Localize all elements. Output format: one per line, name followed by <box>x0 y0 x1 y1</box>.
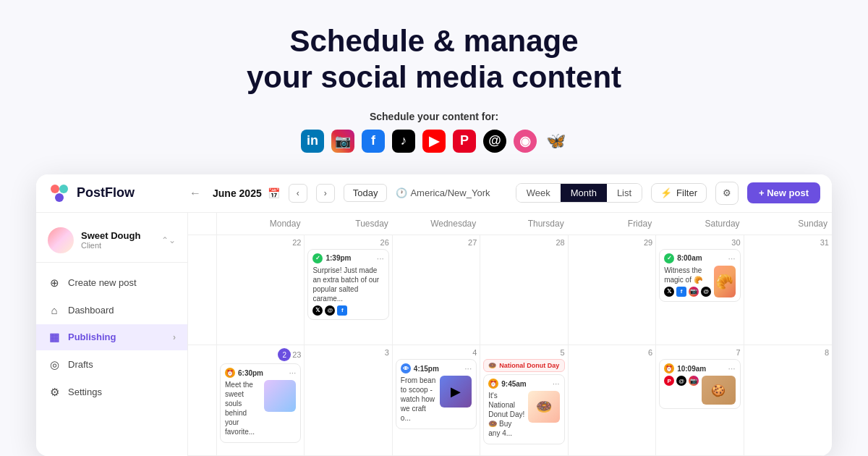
month-view-button[interactable]: Month <box>561 184 607 202</box>
twitter-icon: 𝕏 <box>664 287 674 297</box>
post-text: From bean to scoop - watch how we craft … <box>401 376 437 423</box>
linkedin-icon[interactable]: in <box>301 130 324 153</box>
sidebar-item-dashboard[interactable]: ⌂ Dashboard <box>36 297 187 323</box>
youtube-icon[interactable]: ▶ <box>422 130 446 153</box>
sidebar-item-label: Create new post <box>68 277 137 288</box>
settings-button[interactable]: ⚙ <box>715 182 739 205</box>
post-menu-button[interactable]: ··· <box>289 368 296 378</box>
post-card[interactable]: ⏰ 6:30pm ··· Meet the sweet souls behind… <box>220 363 301 443</box>
post-menu-button[interactable]: ··· <box>728 253 736 263</box>
calendar-week-2: 2 23 ⏰ 6:30pm ··· <box>188 345 832 456</box>
calendar-week-1: 22 26 ✓ 1:39pm ··· <box>188 235 832 346</box>
sidebar-item-publishing[interactable]: ▦ Publishing › <box>36 324 187 350</box>
chevron-right-icon: › <box>173 332 176 342</box>
post-card[interactable]: 👁 4:15pm ··· From bean to scoop - watch … <box>396 359 477 429</box>
pinterest-icon[interactable]: P <box>453 130 476 153</box>
create-icon: ⊕ <box>48 276 61 290</box>
cal-cell-sun-2[interactable]: 8 <box>744 345 832 455</box>
post-menu-button[interactable]: ··· <box>553 379 560 389</box>
hero-subtitle: Schedule your content for: <box>14 111 854 122</box>
chevron-updown-icon: ⌃⌄ <box>161 235 176 245</box>
post-card[interactable]: ✓ 1:39pm ··· Surprise! Just made an extr… <box>307 249 388 320</box>
day-header-monday: Monday <box>217 213 305 235</box>
date-navigation: June 2025 📅 <box>213 187 280 199</box>
cal-cell-wed-2[interactable]: 4 👁 4:15pm ··· From <box>393 345 480 455</box>
publishing-icon: ▦ <box>48 331 61 344</box>
cal-cell-sat-1[interactable]: 30 ✓ 8:00am ··· Witne <box>656 235 744 345</box>
timezone-display: 🕐 America/New_York <box>396 187 490 198</box>
sidebar-item-label: Drafts <box>68 359 93 370</box>
cal-cell-sun-1[interactable]: 31 <box>744 235 832 345</box>
cal-cell-sat-2[interactable]: 7 ⏰ 10:09am ··· <box>656 345 744 455</box>
day-header-saturday: Saturday <box>656 213 744 235</box>
post-card[interactable]: ⏰ 10:09am ··· P @ 📷 <box>659 359 740 409</box>
tiktok-icon[interactable]: ♪ <box>392 130 415 153</box>
cal-cell-mon-2[interactable]: 2 23 ⏰ 6:30pm ··· <box>217 345 305 455</box>
hero-section: Schedule & manage your social media cont… <box>0 0 868 167</box>
post-thumbnail: 🍩 <box>528 391 560 423</box>
post-social-icons: 𝕏 f 📷 @ <box>664 287 711 297</box>
facebook-icon[interactable]: f <box>362 130 385 153</box>
cal-cell-tue-2[interactable]: 3 <box>305 345 392 455</box>
calendar-grid: 22 26 ✓ 1:39pm ··· <box>188 235 832 456</box>
pinterest-icon: P <box>664 376 674 386</box>
week-view-button[interactable]: Week <box>516 184 561 202</box>
cal-cell-mon-1[interactable]: 22 <box>217 235 305 345</box>
new-post-button[interactable]: + New post <box>747 182 820 203</box>
filter-icon: ⚡ <box>660 187 672 198</box>
post-thumbnail: 🥐 <box>714 266 735 297</box>
post-menu-button[interactable]: ··· <box>728 363 736 373</box>
day-header-wednesday: Wednesday <box>393 213 480 235</box>
next-button[interactable]: › <box>316 184 335 203</box>
scheduled-icon: ⏰ <box>225 368 235 378</box>
app-window: PostFlow ← June 2025 📅 ‹ › Today 🕐 Ameri… <box>36 174 832 456</box>
week-number <box>188 235 217 345</box>
filter-button[interactable]: ⚡ Filter <box>651 183 707 203</box>
sidebar-item-label: Settings <box>68 387 102 397</box>
post-text: It's National Donut Day! 🍩 Buy any 4... <box>488 391 524 438</box>
cal-cell-thu-1[interactable]: 28 <box>480 235 568 345</box>
twitter-icon: 𝕏 <box>312 305 323 316</box>
bluesky-icon[interactable]: 🦋 <box>544 130 567 153</box>
nav-back-arrow[interactable]: ← <box>187 184 204 203</box>
threads-icon: @ <box>325 305 335 316</box>
prev-button[interactable]: ‹ <box>289 184 307 203</box>
post-card[interactable]: ⏰ 9:45am ··· It's National Donut Day! 🍩 … <box>483 374 564 444</box>
holiday-banner: 🍩 National Donut Day <box>483 359 564 372</box>
week-number <box>188 345 217 455</box>
facebook-icon: f <box>676 287 686 297</box>
client-info[interactable]: Sweet Dough Client ⌃⌄ <box>36 221 187 263</box>
threads-icon[interactable]: @ <box>483 130 506 153</box>
post-thumbnail: ▶ <box>440 376 472 408</box>
settings-icon: ⚙ <box>48 386 61 399</box>
facebook-icon: f <box>337 305 347 316</box>
cal-cell-tue-1[interactable]: 26 ✓ 1:39pm ··· Surprise! Just made an e… <box>305 235 392 345</box>
today-button[interactable]: Today <box>344 184 388 202</box>
sidebar-item-create[interactable]: ⊕ Create new post <box>36 270 187 296</box>
sidebar-item-drafts[interactable]: ◎ Drafts <box>36 352 187 378</box>
day-header-friday: Friday <box>569 213 656 235</box>
current-date: June 2025 <box>213 187 262 199</box>
day-header-tuesday: Tuesday <box>305 213 392 235</box>
cal-cell-fri-1[interactable]: 29 <box>569 235 656 345</box>
instagram-icon[interactable]: 📷 <box>331 130 354 153</box>
calendar-icon[interactable]: 📅 <box>268 187 280 199</box>
post-menu-button[interactable]: ··· <box>464 363 472 373</box>
cal-cell-fri-2[interactable]: 6 <box>569 345 656 455</box>
post-thumbnail: 🍪 <box>702 376 735 405</box>
instagram-icon: 📷 <box>689 376 699 386</box>
post-social-icons: 𝕏 @ f <box>312 305 383 316</box>
scheduled-icon: ⏰ <box>488 379 498 389</box>
calendar-header: Monday Tuesday Wednesday Thursday Friday… <box>188 213 832 235</box>
app-header: PostFlow ← June 2025 📅 ‹ › Today 🕐 Ameri… <box>36 174 832 213</box>
cal-cell-thu-2[interactable]: 5 🍩 National Donut Day ⏰ 9:45am <box>480 345 568 455</box>
post-thumbnail <box>264 380 296 412</box>
sidebar-item-label: Dashboard <box>68 305 114 316</box>
dashboard-icon: ⌂ <box>48 304 61 316</box>
dribbble-icon[interactable]: ◉ <box>514 130 537 153</box>
list-view-button[interactable]: List <box>607 184 642 202</box>
sidebar-item-settings[interactable]: ⚙ Settings <box>36 379 187 405</box>
post-menu-button[interactable]: ··· <box>377 253 384 263</box>
cal-cell-wed-1[interactable]: 27 <box>393 235 480 345</box>
post-card[interactable]: ✓ 8:00am ··· Witness the magic of 🥐 𝕏 <box>659 249 740 302</box>
